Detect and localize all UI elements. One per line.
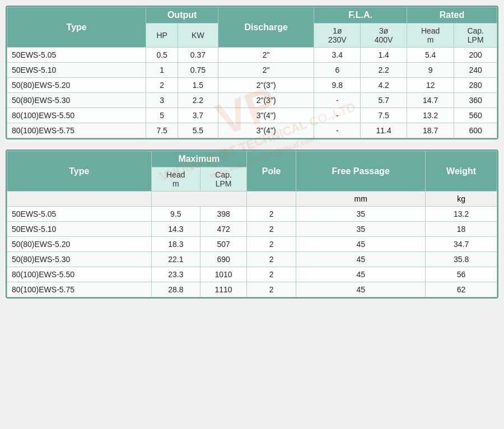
cell-passage: 35 [296,222,426,237]
table2-row: 80(100)EWS-5.50 23.3 1010 2 45 56 [7,267,497,282]
cell-type: 50(80)EWS-5.30 [7,93,146,108]
cell-head2: 28.8 [151,282,200,297]
cell-fla1: 9.8 [314,78,361,93]
cell-cap: 360 [454,93,497,108]
cell-type: 80(100)EWS-5.50 [7,108,146,123]
cell-fla3: 2.2 [361,63,407,78]
cell-fla1: 3.4 [314,48,361,63]
cell-pole: 2 [247,207,296,222]
cell-head: 14.7 [407,93,454,108]
cell-head2: 23.3 [151,267,200,282]
col-hp: HP [146,24,178,48]
cell-cap: 200 [454,48,497,63]
cell-fla3: 1.4 [361,48,407,63]
cell-kw: 5.5 [178,123,218,138]
table2-wrapper: Type Maximum Pole Free Passage Weight He… [6,150,498,299]
unit-kg: kg [426,192,497,207]
cell-cap: 560 [454,108,497,123]
table1-row: 50EWS-5.10 1 0.75 2" 6 2.2 9 240 [7,63,497,78]
unit-type [7,192,152,207]
col-pole: Pole [247,151,296,192]
cell-hp: 0.5 [146,48,178,63]
cell-cap: 600 [454,123,497,138]
cell-weight: 35.8 [426,252,497,267]
cell-type: 50EWS-5.05 [7,48,146,63]
cell-head: 12 [407,78,454,93]
col-head1: Headm [407,24,454,48]
col-discharge: Discharge [218,7,314,48]
cell-cap: 240 [454,63,497,78]
col-fla1: 1ø230V [314,24,361,48]
cell-hp: 2 [146,78,178,93]
cell-hp: 3 [146,93,178,108]
cell-cap2: 472 [200,222,247,237]
cell-fla3: 7.5 [361,108,407,123]
cell-head2: 22.1 [151,252,200,267]
cell-cap2: 507 [200,237,247,252]
table2-row: 50EWS-5.05 9.5 398 2 35 13.2 [7,207,497,222]
cell-passage: 45 [296,282,426,297]
cell-type2: 80(100)EWS-5.50 [7,267,152,282]
col-maximum: Maximum [151,151,247,167]
unit-head-cap [151,192,247,207]
cell-fla3: 11.4 [361,123,407,138]
cell-weight: 34.7 [426,237,497,252]
cell-discharge: 2" [218,48,314,63]
cell-passage: 45 [296,252,426,267]
cell-kw: 3.7 [178,108,218,123]
table1-header-row: Type Output Discharge F.L.A. Rated [7,7,497,24]
unit-mm: mm [296,192,426,207]
cell-cap2: 1010 [200,267,247,282]
cell-type: 50EWS-5.10 [7,63,146,78]
table1-row: 80(100)EWS-5.50 5 3.7 3"(4") - 7.5 13.2 … [7,108,497,123]
cell-cap2: 690 [200,252,247,267]
cell-type: 80(100)EWS-5.75 [7,123,146,138]
cell-passage: 45 [296,267,426,282]
table2-row: 50(80)EWS-5.20 18.3 507 2 45 34.7 [7,237,497,252]
cell-head: 9 [407,63,454,78]
table2-row: 50EWS-5.10 14.3 472 2 35 18 [7,222,497,237]
table1-row: 80(100)EWS-5.75 7.5 5.5 3"(4") - 11.4 18… [7,123,497,138]
col-kw: KW [178,24,218,48]
cell-head2: 9.5 [151,207,200,222]
cell-discharge: 2"(3") [218,78,314,93]
cell-type2: 80(100)EWS-5.75 [7,282,152,297]
table2-body: 50EWS-5.05 9.5 398 2 35 13.2 50EWS-5.10 … [7,207,497,297]
cell-fla3: 5.7 [361,93,407,108]
col-type1: Type [7,7,146,48]
cell-type2: 50EWS-5.05 [7,207,152,222]
cell-head2: 14.3 [151,222,200,237]
cell-weight: 56 [426,267,497,282]
table1-row: 50(80)EWS-5.20 2 1.5 2"(3") 9.8 4.2 12 2… [7,78,497,93]
cell-fla1: 6 [314,63,361,78]
col-free-passage: Free Passage [296,151,426,192]
cell-fla1: - [314,93,361,108]
table2-row: 50(80)EWS-5.30 22.1 690 2 45 35.8 [7,252,497,267]
cell-passage: 45 [296,237,426,252]
cell-pole: 2 [247,237,296,252]
table2: Type Maximum Pole Free Passage Weight He… [7,151,497,297]
unit-pole-empty [247,192,296,207]
cell-type2: 50(80)EWS-5.20 [7,237,152,252]
table2-header-row: Type Maximum Pole Free Passage Weight [7,151,497,167]
table1-body: 50EWS-5.05 0.5 0.37 2" 3.4 1.4 5.4 200 5… [7,48,497,138]
cell-type2: 50(80)EWS-5.30 [7,252,152,267]
col-type2: Type [7,151,152,192]
cell-cap2: 398 [200,207,247,222]
cell-pole: 2 [247,267,296,282]
col-fla: F.L.A. [314,7,407,24]
cell-kw: 0.37 [178,48,218,63]
cell-kw: 1.5 [178,78,218,93]
cell-head2: 18.3 [151,237,200,252]
cell-discharge: 2"(3") [218,93,314,108]
cell-weight: 62 [426,282,497,297]
cell-kw: 0.75 [178,63,218,78]
table1-wrapper: Type Output Discharge F.L.A. Rated HP KW… [6,6,498,139]
cell-fla1: - [314,108,361,123]
cell-pole: 2 [247,282,296,297]
col-fla3: 3ø400V [361,24,407,48]
col-output: Output [146,7,218,24]
cell-pole: 2 [247,252,296,267]
col-rated: Rated [407,7,497,24]
cell-passage: 35 [296,207,426,222]
